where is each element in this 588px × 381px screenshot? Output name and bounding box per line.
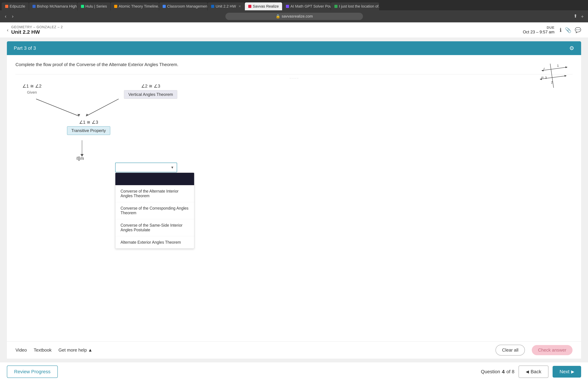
question-nav: Question 4 of 8 ◀ Back Next ▶: [481, 365, 581, 378]
svg-marker-2: [565, 67, 567, 68]
bishop-favicon: [33, 5, 36, 8]
back-to-course-button[interactable]: ‹: [7, 27, 8, 33]
proof-node-vertical: ∠2 ≅ ∠3 Vertical Angles Theorem: [124, 84, 177, 99]
top-header: ‹ GEOMETRY – GONZALEZ – 2 Unit 2.2 HW DU…: [0, 22, 588, 38]
of-label: of 8: [506, 369, 514, 375]
mid-reason: Transitive Property: [67, 126, 110, 135]
video-link[interactable]: Video: [16, 347, 27, 353]
tab-aimath-label: AI Math GPT Solver Pow...: [290, 4, 331, 9]
next-button[interactable]: Next ▶: [553, 366, 581, 378]
address-bar[interactable]: 🔒 savvasrealize.com: [225, 13, 363, 20]
header-titles: GEOMETRY – GONZALEZ – 2 Unit 2.2 HW: [11, 25, 63, 35]
header-icons: ℹ 📎 💬: [560, 27, 581, 33]
tab-bishop[interactable]: Bishop McNamara High...: [29, 2, 77, 10]
proof-node-given: ∠1 ≅ ∠2 Given: [22, 84, 42, 99]
diagonal-arrows: [22, 97, 143, 121]
mid-statement: ∠1 ≅ ∠3: [79, 120, 98, 125]
tab-hulu[interactable]: Hulu | Series: [78, 2, 110, 10]
tab-unit22-close[interactable]: ✕: [238, 4, 241, 8]
page: ‹ GEOMETRY – GONZALEZ – 2 Unit 2.2 HW DU…: [0, 22, 588, 381]
new-tab-icon[interactable]: ＋: [580, 13, 585, 20]
url-text: savvasrealize.com: [282, 14, 313, 19]
node1-reason: Given: [27, 90, 37, 95]
tab-classroom-label: Classroom Management...: [167, 4, 207, 9]
back-label: Back: [531, 369, 541, 375]
dropdown-option-1[interactable]: Converse of the Alternate Interior Angle…: [115, 185, 194, 202]
part-label: Part 3 of 3: [14, 45, 36, 51]
paperclip-button[interactable]: 📎: [565, 27, 571, 33]
question-panel: Part 3 of 3 ⚙ Complete the flow proof of…: [7, 41, 581, 359]
savvas-favicon: [248, 5, 251, 8]
header-right: DUE Oct 23 – 9:57 am ℹ 📎 💬: [523, 26, 581, 34]
comment-button[interactable]: 💬: [575, 27, 581, 33]
assignment-title: Unit 2.2 HW: [11, 29, 63, 35]
get-more-help-link[interactable]: Get more help ▲: [59, 347, 92, 353]
tab-unit22-label: Unit 2.2 HW: [216, 4, 236, 9]
bottom-nav: Review Progress Question 4 of 8 ◀ Back N…: [0, 362, 588, 381]
tab-savvas-label: Savvas Realize: [253, 4, 279, 9]
lost-favicon: [335, 5, 337, 8]
review-progress-button[interactable]: Review Progress: [7, 365, 58, 378]
content-area: Complete the flow proof of the Converse …: [7, 55, 581, 341]
back-nav-button[interactable]: ‹: [3, 13, 8, 20]
node1-statement: ∠1 ≅ ∠2: [22, 84, 42, 89]
tab-atomic[interactable]: Atomic Theory Timeline...: [111, 2, 159, 10]
proof-reason-dropdown[interactable]: ▼: [115, 163, 177, 172]
tab-aimath[interactable]: AI Math GPT Solver Pow...: [282, 2, 331, 10]
forward-nav-button[interactable]: ›: [10, 13, 15, 20]
dropdown-option-2[interactable]: Converse of the Corresponding Angles The…: [115, 202, 194, 219]
svg-marker-15: [86, 114, 89, 116]
lock-icon: 🔒: [276, 14, 280, 19]
textbook-link[interactable]: Textbook: [34, 347, 52, 353]
question-number: 4: [502, 369, 505, 375]
tab-unit22[interactable]: Unit 2.2 HW ✕: [208, 2, 245, 10]
browser-tabs: Edpuzzle Bishop McNamara High... Hulu | …: [0, 0, 588, 10]
clear-all-button[interactable]: Clear all: [496, 345, 525, 356]
question-label: Question: [481, 369, 500, 375]
svg-text:m: m: [541, 76, 544, 79]
svg-line-12: [36, 99, 79, 116]
tab-classroom[interactable]: Classroom Management...: [159, 2, 207, 10]
check-answer-button[interactable]: Check answer: [532, 345, 572, 355]
svg-marker-1: [542, 70, 544, 71]
svg-text:3: 3: [545, 76, 547, 80]
tab-edpuzzle-label: Edpuzzle: [10, 4, 25, 9]
proof-flow: ∠1 ≅ ∠2 Given ∠2 ≅ ∠3 Vertical Angles Th…: [16, 84, 572, 180]
node2-statement: ∠2 ≅ ∠3: [141, 84, 160, 89]
dropdown-option-4[interactable]: Alternate Exterior Angles Theorem: [115, 236, 194, 248]
edpuzzle-favicon: [5, 5, 8, 8]
svg-text:1: 1: [557, 64, 559, 67]
browser-actions: ⬆ ＋: [574, 13, 585, 20]
due-date: Oct 23 – 9:57 am: [523, 30, 554, 34]
breadcrumb: GEOMETRY – GONZALEZ – 2: [11, 25, 63, 29]
bottom-stmt-text: ℓ∥m: [77, 156, 84, 161]
tab-edpuzzle[interactable]: Edpuzzle: [2, 2, 29, 10]
browser-chrome: Edpuzzle Bishop McNamara High... Hulu | …: [0, 0, 588, 22]
atomic-favicon: [114, 5, 117, 8]
due-info: DUE Oct 23 – 9:57 am: [523, 26, 554, 34]
unit22-favicon: [211, 5, 214, 8]
bottom-statement: ℓ∥m: [77, 156, 84, 162]
share-icon[interactable]: ⬆: [574, 13, 577, 20]
dropdown-arrow-icon: ▼: [170, 166, 174, 170]
due-label: DUE: [523, 26, 554, 30]
tab-atomic-label: Atomic Theory Timeline...: [119, 4, 159, 9]
dropdown-menu: Converse of the Alternate Interior Angle…: [115, 173, 194, 249]
question-text: Complete the flow proof of the Converse …: [16, 62, 572, 67]
bottom-toolbar: Video Textbook Get more help ▲ Clear all…: [7, 341, 581, 359]
proof-top-nodes: ∠1 ≅ ∠2 Given ∠2 ≅ ∠3 Vertical Angles Th…: [22, 84, 177, 99]
tab-lost[interactable]: I just lost the location of...: [331, 2, 379, 10]
separator-dots: · · · · ·: [16, 76, 572, 80]
back-button[interactable]: ◀ Back: [519, 365, 548, 378]
settings-icon[interactable]: ⚙: [569, 45, 574, 51]
dropdown-option-3[interactable]: Converse of the Same-Side Interior Angle…: [115, 219, 194, 236]
svg-line-14: [86, 99, 119, 116]
part-header: Part 3 of 3 ⚙: [7, 41, 581, 55]
svg-line-0: [542, 67, 567, 70]
svg-line-3: [540, 76, 567, 79]
info-button[interactable]: ℹ: [560, 27, 562, 33]
separator: [16, 74, 572, 74]
tab-hulu-label: Hulu | Series: [85, 4, 107, 9]
tab-savvas[interactable]: Savvas Realize: [245, 2, 282, 10]
get-more-help-text: Get more help ▲: [59, 347, 92, 353]
